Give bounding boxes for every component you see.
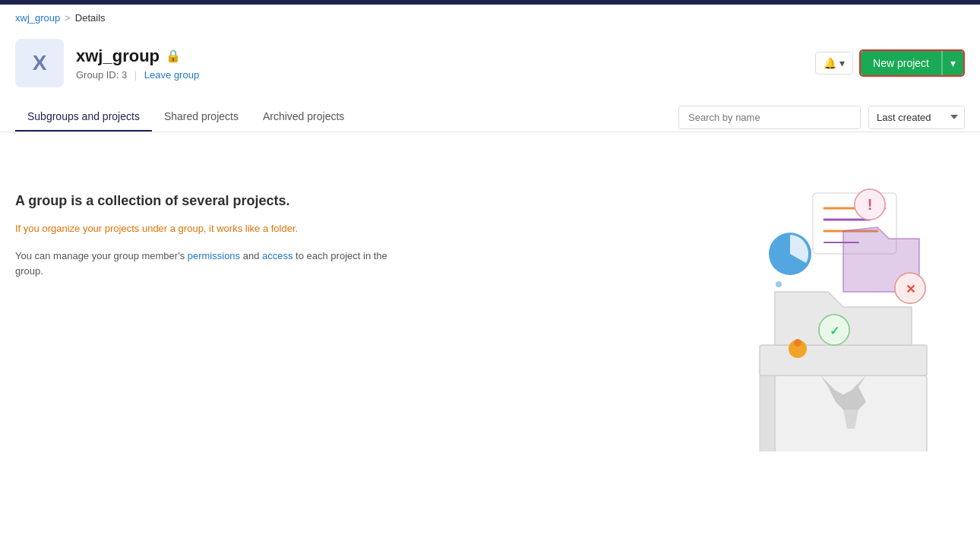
group-details: xwj_group 🔒 Group ID: 3 | Leave group	[76, 46, 199, 81]
tab-archived[interactable]: Archived projects	[251, 103, 356, 131]
new-project-button[interactable]: New project	[861, 51, 942, 75]
tab-shared[interactable]: Shared projects	[152, 103, 251, 131]
group-name-row: xwj_group 🔒	[76, 46, 199, 66]
empty-state-text: A group is a collection of several proje…	[15, 163, 395, 451]
leave-group-link[interactable]: Leave group	[144, 69, 199, 81]
new-project-dropdown-button[interactable]: ▾	[942, 51, 963, 75]
illustration: ! ✓ ✕	[722, 163, 965, 451]
breadcrumb: xwj_group > Details	[0, 5, 980, 31]
search-input[interactable]	[678, 106, 861, 129]
new-project-caret-icon: ▾	[943, 51, 963, 75]
tabs-row: Subgroups and projects Shared projects A…	[0, 103, 980, 132]
lock-icon: 🔒	[166, 49, 181, 63]
svg-rect-2	[760, 345, 927, 375]
meta-divider: |	[134, 69, 137, 81]
svg-point-23	[794, 339, 801, 347]
tabs: Subgroups and projects Shared projects A…	[15, 103, 356, 131]
bell-icon: 🔔	[824, 57, 836, 69]
breadcrumb-current: Details	[75, 12, 106, 24]
group-header: X xwj_group 🔒 Group ID: 3 | Leave group …	[0, 31, 980, 103]
breadcrumb-separator: >	[65, 12, 71, 24]
subtext-part1: You can manage your group member's	[15, 250, 188, 261]
group-info: X xwj_group 🔒 Group ID: 3 | Leave group	[15, 39, 199, 87]
svg-marker-1	[760, 368, 775, 451]
new-project-wrapper: New project ▾	[859, 49, 965, 77]
tab-subgroups[interactable]: Subgroups and projects	[15, 103, 152, 131]
svg-text:!: !	[868, 196, 873, 213]
svg-text:✕: ✕	[906, 283, 915, 296]
empty-state-headline: A group is a collection of several proje…	[15, 193, 395, 209]
svg-point-24	[776, 281, 782, 287]
bell-dropdown-arrow: ▾	[839, 57, 845, 69]
avatar: X	[15, 39, 64, 87]
header-actions: 🔔 ▾ New project ▾	[815, 49, 965, 77]
main-content: A group is a collection of several proje…	[0, 132, 980, 482]
group-id-label: Group ID: 3	[76, 69, 127, 81]
sort-select[interactable]: Last createdNameLast updatedOldest creat…	[868, 106, 965, 129]
permissions-link[interactable]: permissions	[188, 250, 240, 261]
tabs-actions: Last createdNameLast updatedOldest creat…	[678, 106, 965, 129]
empty-state-subtext-body: You can manage your group member's permi…	[15, 249, 395, 280]
empty-state-subtext-orange: If you organize your projects under a gr…	[15, 221, 395, 236]
group-name: xwj_group	[76, 46, 160, 66]
subtext-part2: and	[240, 250, 262, 261]
access-link[interactable]: access	[262, 250, 292, 261]
breadcrumb-group-link[interactable]: xwj_group	[15, 12, 60, 24]
svg-text:✓: ✓	[830, 325, 839, 337]
notifications-button[interactable]: 🔔 ▾	[815, 52, 853, 74]
new-project-label: New project	[861, 51, 942, 75]
illustration-svg: ! ✓ ✕	[722, 163, 965, 451]
group-meta: Group ID: 3 | Leave group	[76, 69, 199, 81]
